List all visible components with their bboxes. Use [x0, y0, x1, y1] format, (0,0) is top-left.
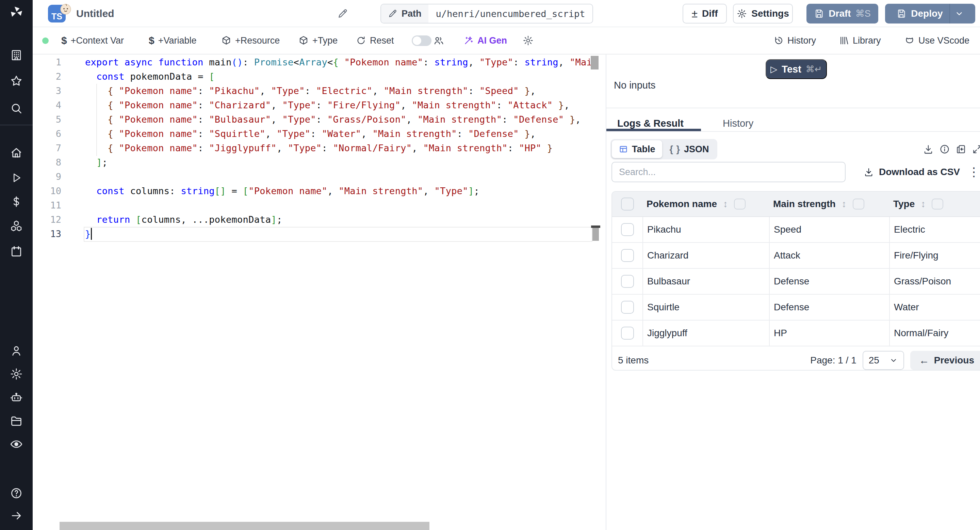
search-icon[interactable]	[9, 101, 24, 116]
resources-cubes-icon[interactable]	[9, 219, 24, 234]
code-editor[interactable]: 12345678910111213 export async function …	[33, 54, 605, 530]
draft-button[interactable]: Draft ⌘S	[807, 4, 878, 24]
settings-gear-icon[interactable]	[9, 367, 24, 382]
code-line[interactable]: { "Pokemon name": "Pikachu", "Type": "El…	[85, 84, 605, 98]
users-icon	[433, 35, 444, 46]
sort-icon[interactable]: ↕	[842, 199, 846, 209]
table-row[interactable]: PikachuSpeedElectric	[612, 217, 980, 243]
diff-button[interactable]: ± Diff	[682, 4, 727, 24]
package-icon	[221, 35, 231, 46]
kebab-menu-icon[interactable]: ⋮	[968, 162, 980, 182]
history-clock-icon	[773, 35, 784, 46]
windmill-logo-icon[interactable]	[9, 5, 24, 20]
code-line[interactable]	[85, 170, 605, 184]
column-header-pokemon-name[interactable]: Pokemon name ↕	[643, 199, 769, 209]
row-checkbox[interactable]	[621, 223, 634, 236]
reset-button[interactable]: Reset	[356, 27, 394, 54]
column-toggle-box[interactable]	[932, 199, 943, 209]
workers-robot-icon[interactable]	[9, 390, 24, 405]
code-line[interactable]: return [columns, ...pokemonData];	[85, 212, 605, 227]
code-line[interactable]	[85, 198, 605, 212]
tab-logs-result[interactable]: Logs & Result	[617, 118, 684, 129]
view-table-tab[interactable]: Table	[612, 140, 662, 158]
ai-gen-button[interactable]: AI Gen	[463, 27, 507, 54]
column-header-main-strength[interactable]: Main strength ↕	[769, 199, 889, 209]
history-button[interactable]: History	[773, 27, 816, 54]
expand-fullscreen-icon[interactable]	[972, 144, 980, 155]
row-checkbox[interactable]	[621, 327, 634, 340]
copy-to-clipboard-icon[interactable]	[956, 144, 966, 155]
code-line[interactable]: { "Pokemon name": "Bulbasaur", "Type": "…	[85, 112, 605, 127]
row-checkbox[interactable]	[621, 275, 634, 288]
sort-icon[interactable]: ↕	[921, 199, 926, 209]
edit-title-pencil-icon[interactable]	[337, 8, 348, 19]
settings-button[interactable]: Settings	[733, 4, 793, 24]
add-context-var-button[interactable]: $ +Context Var	[61, 27, 124, 54]
page-size-select[interactable]: 25	[862, 351, 904, 370]
audit-eye-icon[interactable]	[9, 437, 24, 452]
table-header-row: Pokemon name ↕ Main strength ↕ Type ↕	[612, 192, 980, 217]
schedules-calendar-icon[interactable]	[9, 244, 24, 259]
download-result-icon[interactable]	[923, 144, 934, 155]
multiplayer-toggle[interactable]	[412, 35, 431, 46]
code-line[interactable]: export async function main(): Promise<Ar…	[85, 55, 605, 69]
home-icon[interactable]	[9, 145, 24, 160]
column-toggle-box[interactable]	[853, 199, 864, 209]
page-indicator: Page: 1 / 1	[810, 355, 856, 366]
items-count: 5 items	[618, 355, 649, 366]
sort-icon[interactable]: ↕	[723, 199, 728, 209]
vertical-scrollbar-thumb[interactable]	[591, 56, 598, 69]
table-row[interactable]: SquirtleDefenseWater	[612, 295, 980, 321]
workspace-icon[interactable]	[9, 48, 24, 63]
code-line[interactable]: { "Pokemon name": "Squirtle", "Type": "W…	[85, 127, 605, 141]
expand-sidebar-arrow-icon[interactable]	[9, 508, 24, 523]
folders-icon[interactable]	[9, 413, 24, 428]
editor-settings-gear-icon[interactable]	[523, 27, 533, 54]
users-person-icon[interactable]	[9, 343, 24, 358]
add-resource-button[interactable]: +Resource	[221, 27, 280, 54]
code-line[interactable]: const columns: string[] = ["Pokemon name…	[85, 184, 605, 198]
vertical-scrollbar-thumb[interactable]	[592, 228, 599, 241]
tab-history[interactable]: History	[723, 118, 753, 129]
collaborators-icon[interactable]	[433, 27, 444, 54]
test-button[interactable]: ▷ Test ⌘↵	[765, 59, 827, 79]
previous-page-button[interactable]: ← Previous	[910, 351, 980, 370]
path-widget[interactable]: Path u/henri/unencumbered_script	[380, 4, 593, 24]
runs-play-icon[interactable]	[9, 170, 24, 185]
use-vscode-button[interactable]: Use VScode	[904, 27, 969, 54]
select-all-checkbox[interactable]	[621, 198, 634, 211]
row-checkbox[interactable]	[621, 301, 634, 314]
code-line[interactable]: { "Pokemon name": "Jigglypuff", "Type": …	[85, 141, 605, 155]
table-icon	[619, 144, 628, 154]
horizontal-scrollbar-thumb[interactable]	[60, 522, 430, 530]
add-type-button[interactable]: +Type	[298, 27, 337, 54]
table-row[interactable]: CharizardAttackFire/Flying	[612, 243, 980, 269]
chevron-down-icon	[955, 9, 964, 18]
variables-dollar-icon[interactable]	[9, 194, 24, 209]
favorites-star-icon[interactable]	[9, 73, 24, 89]
view-json-tab[interactable]: { } JSON	[663, 140, 716, 158]
column-header-type[interactable]: Type ↕	[889, 199, 980, 209]
library-button[interactable]: Library	[839, 27, 881, 54]
code-content[interactable]: export async function main(): Promise<Ar…	[85, 55, 605, 241]
download-csv-button[interactable]: Download as CSV	[864, 162, 960, 182]
table-row[interactable]: BulbasaurDefenseGrass/Poison	[612, 269, 980, 295]
code-line[interactable]: }	[85, 227, 605, 241]
code-line[interactable]: const pokemonData = [	[85, 69, 605, 84]
gear-icon	[523, 35, 533, 46]
code-line[interactable]: ];	[85, 155, 605, 170]
column-toggle-box[interactable]	[734, 199, 746, 209]
row-checkbox[interactable]	[621, 249, 634, 262]
path-value[interactable]: u/henri/unencumbered_script	[428, 5, 593, 23]
deploy-button[interactable]: Deploy	[885, 4, 975, 24]
dollar-icon: $	[149, 35, 154, 46]
line-number: 2	[33, 69, 64, 84]
table-row[interactable]: JigglypuffHPNormal/Fairy	[612, 321, 980, 346]
add-variable-button[interactable]: $ +Variable	[149, 27, 197, 54]
script-title: Untitled	[76, 8, 115, 19]
result-search-input[interactable]	[611, 162, 846, 182]
vscode-cat-icon	[904, 35, 915, 46]
code-line[interactable]: { "Pokemon name": "Charizard", "Type": "…	[85, 98, 605, 112]
help-icon[interactable]	[9, 486, 24, 501]
info-icon[interactable]	[939, 144, 950, 155]
